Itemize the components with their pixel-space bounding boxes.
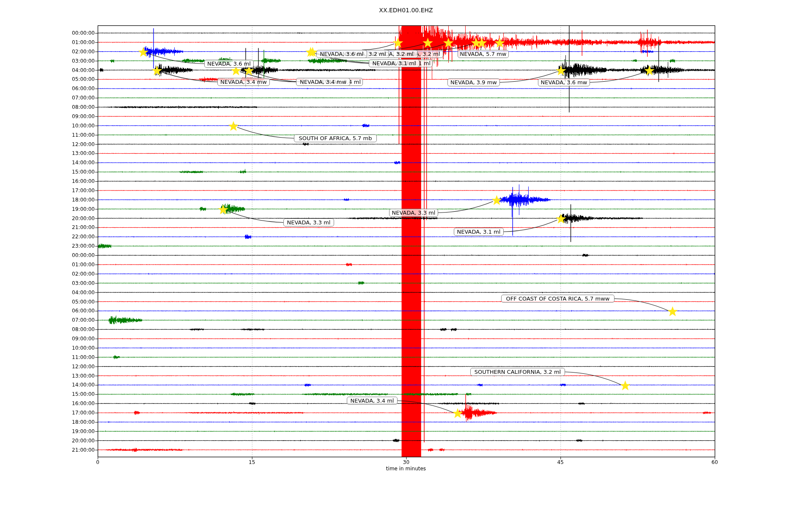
event-label: NEVADA, 3.4 ml <box>347 397 398 405</box>
y-axis-row-label: 18:00:00 <box>59 419 95 425</box>
y-axis-row-label: 04:00:00 <box>59 67 95 74</box>
y-axis-row-label: 09:00:00 <box>59 335 95 342</box>
x-axis-tick-label: 45 <box>548 459 573 465</box>
event-label: NEVADA, 3.9 mw <box>447 78 500 86</box>
y-axis-row-label: 01:00:00 <box>59 39 95 46</box>
y-axis-row-label: 22:00:00 <box>59 233 95 240</box>
y-axis-row-label: 21:00:00 <box>59 447 95 453</box>
y-axis-row-label: 04:00:00 <box>59 289 95 296</box>
event-label: NEVADA, 3.3 ml <box>389 209 438 217</box>
y-axis-row-label: 19:00:00 <box>59 428 95 435</box>
y-axis-row-label: 12:00:00 <box>59 141 95 148</box>
event-label: NEVADA, 3.1 ml <box>454 228 504 236</box>
x-axis-tick-label: 30 <box>394 459 419 465</box>
y-axis-row-label: 17:00:00 <box>59 187 95 194</box>
y-axis-row-label: 00:00:00 <box>59 252 95 259</box>
y-axis-row-label: 19:00:00 <box>59 206 95 213</box>
x-axis-tick-label: 15 <box>239 459 265 465</box>
y-axis-row-label: 16:00:00 <box>59 400 95 407</box>
y-axis-row-label: 16:00:00 <box>59 178 95 185</box>
y-axis-row-label: 03:00:00 <box>59 58 95 64</box>
helicorder-figure: XX.EDH01.00.EHZ time in minutes 00:00:00… <box>0 0 812 508</box>
y-axis-row-label: 21:00:00 <box>59 224 95 231</box>
y-axis-row-label: 06:00:00 <box>59 85 95 92</box>
y-axis-row-label: 10:00:00 <box>59 122 95 129</box>
y-axis-row-label: 09:00:00 <box>59 113 95 120</box>
y-axis-row-label: 02:00:00 <box>59 48 95 55</box>
y-axis-row-label: 18:00:00 <box>59 196 95 203</box>
event-label: NEVADA, 3.1 ml <box>369 59 420 67</box>
y-axis-row-label: 13:00:00 <box>59 150 95 157</box>
event-label: NEVADA, 3.4 mw <box>217 78 270 86</box>
page-title: XX.EDH01.00.EHZ <box>0 7 812 14</box>
y-axis-row-label: 14:00:00 <box>59 381 95 388</box>
y-axis-row-label: 01:00:00 <box>59 261 95 268</box>
y-axis-row-label: 15:00:00 <box>59 391 95 398</box>
y-axis-row-label: 14:00:00 <box>59 159 95 166</box>
y-axis-row-label: 02:00:00 <box>59 271 95 277</box>
y-axis-row-label: 08:00:00 <box>59 104 95 110</box>
event-label: NEVADA, 3.6 ml <box>316 50 367 58</box>
y-axis-row-label: 05:00:00 <box>59 76 95 83</box>
helicorder-canvas <box>0 0 812 508</box>
y-axis-row-label: 00:00:00 <box>59 30 95 36</box>
event-label: SOUTHERN CALIFORNIA, 3.2 ml <box>470 368 565 376</box>
y-axis-row-label: 20:00:00 <box>59 215 95 222</box>
x-axis-tick-label: 60 <box>702 459 727 465</box>
event-label: NEVADA, 3.4 mw <box>296 78 350 86</box>
event-label: SOUTH OF AFRICA, 5.7 mb <box>294 134 377 142</box>
y-axis-row-label: 05:00:00 <box>59 298 95 305</box>
x-axis-tick-label: 0 <box>85 459 110 465</box>
y-axis-row-label: 10:00:00 <box>59 345 95 351</box>
event-label: NEVADA, 5.7 mw <box>458 50 509 58</box>
event-label: NEVADA, 3.3 ml <box>283 218 334 226</box>
event-label: OFF COAST OF COSTA RICA, 5.7 mww <box>501 295 614 303</box>
y-axis-row-label: 11:00:00 <box>59 354 95 361</box>
y-axis-row-label: 12:00:00 <box>59 363 95 370</box>
y-axis-row-label: 17:00:00 <box>59 409 95 416</box>
y-axis-row-label: 07:00:00 <box>59 94 95 101</box>
event-label: NEVADA, 3.6 mw <box>538 78 590 86</box>
y-axis-row-label: 06:00:00 <box>59 307 95 314</box>
y-axis-row-label: 07:00:00 <box>59 317 95 323</box>
y-axis-row-label: 15:00:00 <box>59 168 95 175</box>
y-axis-row-label: 13:00:00 <box>59 373 95 379</box>
y-axis-row-label: 20:00:00 <box>59 437 95 444</box>
y-axis-row-label: 11:00:00 <box>59 132 95 138</box>
y-axis-row-label: 03:00:00 <box>59 280 95 287</box>
y-axis-row-label: 08:00:00 <box>59 326 95 333</box>
y-axis-row-label: 23:00:00 <box>59 243 95 249</box>
event-label: NEVADA, 3.6 ml <box>204 60 254 68</box>
x-axis-label: time in minutes <box>0 466 812 472</box>
